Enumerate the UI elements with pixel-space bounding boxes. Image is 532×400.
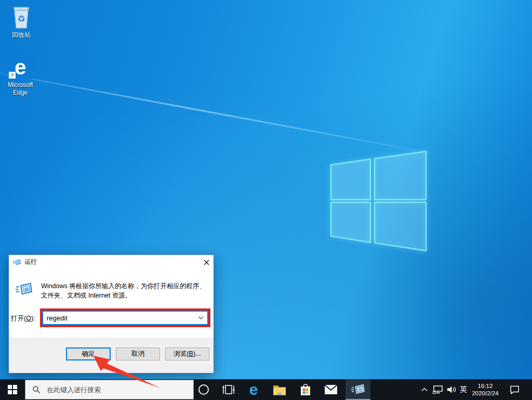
open-label-mnemonic: O (26, 315, 31, 322)
desktop-icon-microsoft-edge[interactable]: e ↗ Microsoft Edge (0, 55, 41, 97)
run-dialog-footer: 确定 取消 浏览(B)... (9, 338, 214, 373)
browse-label-prefix: 浏览( (174, 350, 189, 357)
tray-language-indicator[interactable]: 英 (457, 379, 470, 400)
run-window-icon-large (15, 281, 33, 296)
open-input[interactable] (47, 314, 196, 322)
open-combobox[interactable] (42, 311, 208, 325)
open-label-suffix: ): (31, 315, 35, 322)
speaker-icon (446, 385, 457, 394)
shortcut-arrow-icon: ↗ (9, 72, 16, 79)
windows-start-icon (8, 385, 17, 394)
clock-time: 16:12 (478, 382, 493, 390)
description-line1: Windows 将根据你所输入的名称，为你打开相应的程序、 (41, 281, 210, 291)
close-icon (204, 260, 209, 265)
tray-volume-button[interactable] (445, 379, 458, 400)
recycle-bin-icon: ♻ (10, 4, 33, 29)
mail-envelope-icon (324, 384, 338, 395)
taskbar-search-box[interactable] (25, 380, 194, 399)
open-field-label: 打开(O): (11, 314, 40, 323)
open-label-prefix: 打开( (11, 315, 26, 322)
task-view-icon (222, 384, 235, 395)
cortana-button[interactable] (191, 379, 216, 400)
chevron-down-icon[interactable] (198, 316, 204, 320)
run-dialog-title: 运行 (24, 257, 37, 266)
run-window-icon (13, 259, 21, 266)
task-view-button[interactable] (216, 379, 241, 400)
tray-network-button[interactable] (431, 379, 445, 400)
search-icon (32, 385, 41, 394)
language-label: 英 (460, 385, 467, 394)
store-bag-icon (299, 383, 312, 396)
browse-label-suffix: )... (193, 350, 201, 357)
browse-button[interactable]: 浏览(B)... (165, 347, 209, 360)
run-dialog-titlebar[interactable]: 运行 (9, 255, 214, 269)
edge-e-icon: e (15, 56, 26, 79)
run-dialog: 运行 Windows 将根据你所输入的名称，为你打开相应的程序、 文件夹、文档或… (8, 254, 214, 373)
edge-label-line1: Microsoft (0, 81, 41, 89)
browse-label-mnemonic: B (189, 350, 193, 357)
annotation-highlight-box (40, 308, 210, 327)
edge-taskbar-button[interactable]: e (241, 379, 266, 400)
run-taskbar-button-active[interactable] (345, 379, 370, 400)
tray-show-hidden-icons-button[interactable] (419, 379, 430, 400)
cortana-circle-icon (198, 384, 209, 395)
browse-button-label: 浏览(B)... (174, 350, 201, 358)
start-button[interactable] (0, 379, 25, 400)
desktop-icon-recycle-bin[interactable]: ♻ 回收站 (1, 4, 42, 39)
ethernet-network-icon (433, 385, 443, 394)
folder-icon (273, 384, 286, 395)
mail-button[interactable] (318, 379, 343, 400)
ok-button[interactable]: 确定 (66, 347, 111, 360)
action-center-button[interactable] (506, 379, 523, 400)
close-button[interactable] (202, 257, 211, 267)
edge-e-icon: e (249, 382, 258, 397)
tray-clock[interactable]: 16:12 2020/2/24 (469, 379, 502, 400)
ok-button-label: 确定 (82, 350, 95, 358)
search-input[interactable] (46, 385, 178, 394)
svg-text:♻: ♻ (17, 14, 25, 24)
run-dialog-description: Windows 将根据你所输入的名称，为你打开相应的程序、 文件夹、文档或 In… (41, 281, 210, 300)
clock-date: 2020/2/24 (472, 390, 498, 397)
cancel-button-label: 取消 (131, 350, 144, 358)
recycle-bin-label: 回收站 (1, 31, 42, 39)
description-line2: 文件夹、文档或 Internet 资源。 (41, 291, 210, 300)
action-center-icon (510, 385, 520, 394)
desktop: ♻ 回收站 e ↗ Microsoft Edge 运行 (0, 0, 532, 400)
cancel-button[interactable]: 取消 (116, 347, 160, 360)
run-window-icon (351, 383, 365, 395)
file-explorer-button[interactable] (267, 379, 292, 400)
edge-label-line2: Edge (0, 89, 41, 97)
microsoft-store-button[interactable] (293, 379, 318, 400)
chevron-up-icon (421, 388, 428, 392)
edge-tile: e ↗ (8, 55, 33, 79)
taskbar: e (0, 379, 532, 400)
